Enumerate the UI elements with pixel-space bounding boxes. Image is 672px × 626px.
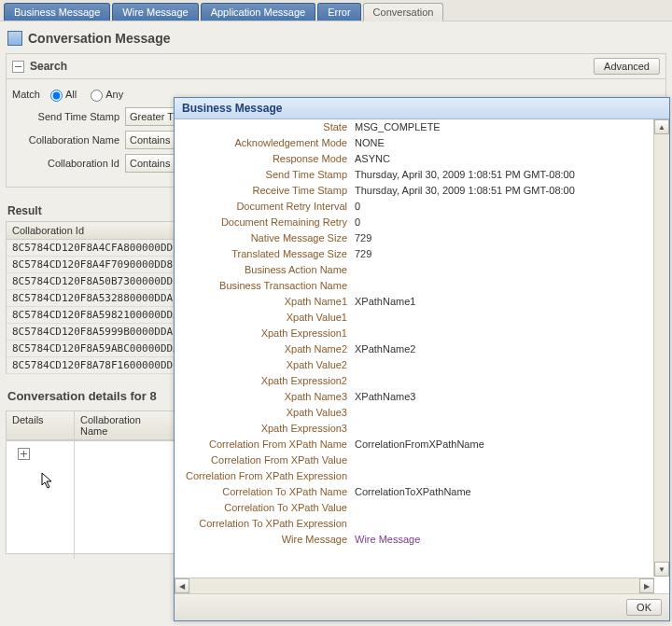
result-column-header[interactable]: Collaboration Id xyxy=(7,222,193,240)
table-row[interactable]: 8C5784CD120F8A532880000DDA0 xyxy=(7,290,193,307)
field-value xyxy=(355,421,652,437)
search-title: Search xyxy=(30,60,67,73)
tab-strip: Business Message Wire Message Applicatio… xyxy=(0,0,672,21)
match-any-radio[interactable] xyxy=(91,90,103,102)
kv-row: Correlation To XPath Expression xyxy=(175,516,652,532)
match-all-label: All xyxy=(65,89,77,100)
field-label: Xpath Value2 xyxy=(175,357,355,373)
scroll-right-icon[interactable]: ▶ xyxy=(639,578,654,593)
kv-row: Xpath Value3 xyxy=(175,405,652,421)
match-label: Match xyxy=(12,89,40,100)
tab-error[interactable]: Error xyxy=(317,3,360,21)
field-label: Correlation From XPath Expression xyxy=(175,468,355,484)
table-row[interactable]: 8C5784CD120F8A4F7090000DD8F9 xyxy=(7,257,193,273)
kv-row: Xpath Name3XPathName3 xyxy=(175,389,652,405)
kv-row: StateMSG_COMPLETE xyxy=(175,119,652,135)
field-value: Wire Message xyxy=(355,532,652,548)
field-label: Document Retry Interval xyxy=(175,199,355,215)
table-row[interactable]: 8C5784CD120F8A5982100000DDAA xyxy=(7,307,193,324)
field-label: Business Transaction Name xyxy=(175,278,355,294)
kv-row: Receive Time StampThursday, April 30, 20… xyxy=(175,183,652,199)
field-value: Thursday, April 30, 2009 1:08:51 PM GMT-… xyxy=(355,167,652,183)
scroll-up-icon[interactable]: ▲ xyxy=(654,119,669,134)
field-value: ASYNC xyxy=(355,151,652,167)
details-col-details[interactable]: Details xyxy=(7,411,75,439)
horizontal-scrollbar[interactable]: ◀ ▶ xyxy=(175,577,654,593)
field-value: NONE xyxy=(355,135,652,151)
business-message-dialog: Business Message StateMSG_COMPLETEAcknow… xyxy=(174,97,670,621)
field-label: Native Message Size xyxy=(175,230,355,246)
page-title-row: Conversation Message xyxy=(0,21,672,53)
field-label: Acknowledgement Mode xyxy=(175,135,355,151)
details-col-collabname[interactable]: Collaboration Name xyxy=(75,411,175,439)
field-value: CorrelationFromXPathName xyxy=(355,437,652,452)
field-value xyxy=(355,500,652,516)
details-body-cell xyxy=(75,441,175,553)
field-label: Xpath Expression1 xyxy=(175,326,355,341)
kv-row: Xpath Name2XPathName2 xyxy=(175,341,652,357)
field-value xyxy=(355,326,652,341)
field-label: State xyxy=(175,119,355,135)
advanced-button[interactable]: Advanced xyxy=(594,58,660,75)
tab-wire-message[interactable]: Wire Message xyxy=(112,3,198,21)
vertical-scrollbar[interactable]: ▲ ▼ xyxy=(653,119,669,577)
field-value xyxy=(355,516,652,532)
field-label: Collaboration Name xyxy=(12,134,125,146)
scroll-left-icon[interactable]: ◀ xyxy=(175,578,189,593)
kv-row: Response ModeASYNC xyxy=(175,151,652,167)
expand-icon[interactable] xyxy=(18,448,30,460)
table-row[interactable]: 8C5784CD120F8A59ABC00000DDAC xyxy=(7,341,193,357)
field-value xyxy=(355,468,652,484)
field-label: Correlation To XPath Name xyxy=(175,484,355,500)
field-value xyxy=(355,452,652,468)
field-label: Xpath Expression2 xyxy=(175,373,355,389)
kv-row: Xpath Expression1 xyxy=(175,326,652,341)
field-label: Xpath Name3 xyxy=(175,389,355,405)
field-label: Correlation To XPath Value xyxy=(175,500,355,516)
result-table: Collaboration Id 8C5784CD120F8A4CFA80000… xyxy=(6,221,194,374)
field-value xyxy=(355,373,652,389)
kv-row: Acknowledgement ModeNONE xyxy=(175,135,652,151)
dialog-body: StateMSG_COMPLETEAcknowledgement ModeNON… xyxy=(175,119,652,577)
field-label: Document Remaining Retry xyxy=(175,215,355,230)
kv-row: Xpath Expression2 xyxy=(175,373,652,389)
field-value: XPathName2 xyxy=(355,341,652,357)
match-any-label: Any xyxy=(105,89,123,100)
tab-conversation[interactable]: Conversation xyxy=(363,3,444,21)
field-value xyxy=(355,310,652,326)
field-value: Thursday, April 30, 2009 1:08:51 PM GMT-… xyxy=(355,183,652,199)
field-label: Send Time Stamp xyxy=(12,111,125,122)
scroll-down-icon[interactable]: ▼ xyxy=(654,562,669,577)
table-row[interactable]: 8C5784CD120F8A4CFA800000DD8F9 xyxy=(7,240,193,257)
wire-message-link[interactable]: Wire Message xyxy=(355,534,420,545)
field-value xyxy=(355,357,652,373)
kv-row: Xpath Name1XPathName1 xyxy=(175,294,652,310)
table-row[interactable]: 8C5784CD120F8A78F1600000DDB5 xyxy=(7,357,193,374)
dialog-title: Business Message xyxy=(175,98,669,119)
match-all-radio[interactable] xyxy=(50,90,63,102)
field-label: Xpath Value1 xyxy=(175,310,355,326)
field-value: CorrelationToXPathName xyxy=(355,484,652,500)
kv-row: Correlation From XPath Value xyxy=(175,452,652,468)
ok-button[interactable]: OK xyxy=(626,599,662,616)
kv-row: Translated Message Size729 xyxy=(175,246,652,262)
kv-row: Xpath Value2 xyxy=(175,357,652,373)
kv-row: Send Time StampThursday, April 30, 2009 … xyxy=(175,167,652,183)
table-row[interactable]: 8C5784CD120F8A5999B0000DDAB xyxy=(7,324,193,341)
kv-row: Business Action Name xyxy=(175,262,652,278)
collapse-icon[interactable] xyxy=(12,61,24,73)
field-value xyxy=(355,262,652,278)
kv-row: Business Transaction Name xyxy=(175,278,652,294)
field-label: Correlation To XPath Expression xyxy=(175,516,355,532)
field-value: MSG_COMPLETE xyxy=(355,119,652,135)
field-value xyxy=(355,405,652,421)
table-row[interactable]: 8C5784CD120F8A50B7300000DD9B xyxy=(7,273,193,290)
kv-row: Correlation To XPath Value xyxy=(175,500,652,516)
field-label: Business Action Name xyxy=(175,262,355,278)
tab-application-message[interactable]: Application Message xyxy=(201,3,316,21)
kv-row: Document Retry Interval0 xyxy=(175,199,652,215)
tab-business-message[interactable]: Business Message xyxy=(4,3,110,21)
kv-row: Native Message Size729 xyxy=(175,230,652,246)
kv-row: Xpath Expression3 xyxy=(175,421,652,437)
field-value xyxy=(355,278,652,294)
